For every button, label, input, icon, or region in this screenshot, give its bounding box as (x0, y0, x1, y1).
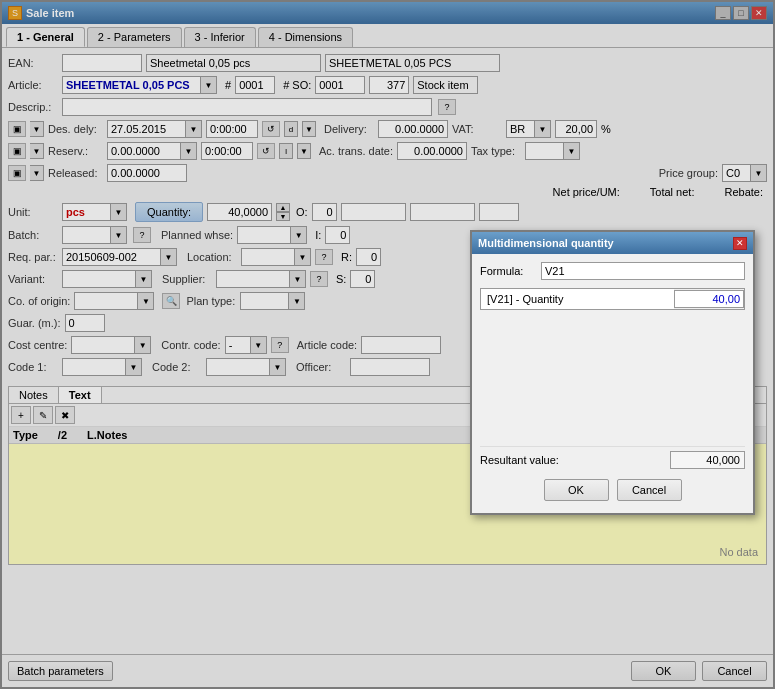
dialog-title-bar: Multidimensional quantity ✕ (472, 232, 753, 254)
dialog-ok-button[interactable]: OK (544, 479, 609, 501)
dialog-resultant-input[interactable] (670, 451, 745, 469)
dialog-close-button[interactable]: ✕ (733, 237, 747, 250)
dialog-resultant-label: Resultant value: (480, 454, 664, 466)
dialog-qty-label: [V21] - Quantity (481, 289, 674, 309)
main-window: S Sale item _ □ ✕ 1 - General 2 - Parame… (0, 0, 775, 689)
dialog-qty-row: [V21] - Quantity (480, 288, 745, 310)
dialog-formula-label: Formula: (480, 265, 535, 277)
dialog-empty-area (480, 318, 745, 438)
dialog-body: Formula: [V21] - Quantity Resultant valu… (472, 254, 753, 513)
dialog-formula-input[interactable] (541, 262, 745, 280)
dialog-result-row: Resultant value: (480, 446, 745, 469)
multidim-dialog: Multidimensional quantity ✕ Formula: [V2… (470, 230, 755, 515)
dialog-title-text: Multidimensional quantity (478, 237, 614, 249)
dialog-formula-row: Formula: (480, 262, 745, 280)
dialog-buttons: OK Cancel (480, 479, 745, 505)
dialog-qty-input[interactable] (674, 290, 744, 308)
dialog-cancel-button[interactable]: Cancel (617, 479, 682, 501)
